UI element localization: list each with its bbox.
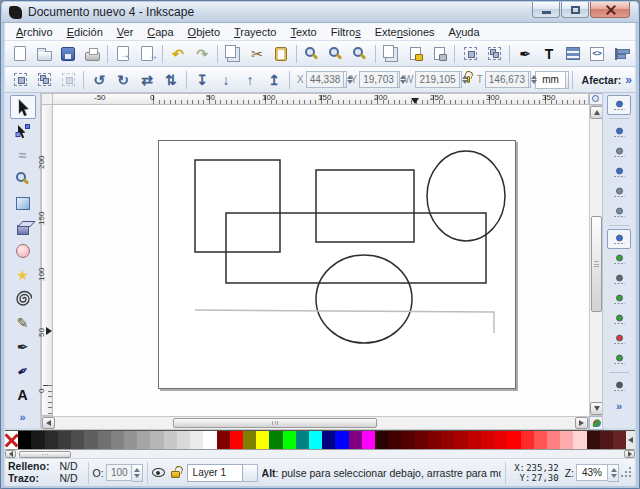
- duplicate[interactable]: [380, 43, 402, 65]
- color-swatch[interactable]: [71, 431, 84, 449]
- color-swatch[interactable]: [31, 431, 44, 449]
- vertical-scroll-thumb[interactable]: [591, 216, 602, 312]
- rotate-ccw[interactable]: ↺: [88, 69, 110, 91]
- titlebar[interactable]: Documento nuevo 4 - Inkscape: [2, 2, 638, 23]
- snap-smooth-nodes[interactable]: [607, 309, 631, 329]
- color-swatch[interactable]: [534, 431, 547, 449]
- snap-rotation-center[interactable]: [607, 376, 631, 396]
- color-swatch[interactable]: [322, 431, 335, 449]
- color-swatch[interactable]: [230, 431, 243, 449]
- scroll-left-button[interactable]: [42, 417, 55, 429]
- color-swatch[interactable]: [521, 431, 534, 449]
- drawing-objects[interactable]: [53, 105, 589, 416]
- menu-texto[interactable]: Texto: [283, 24, 323, 40]
- color-swatch[interactable]: [84, 431, 97, 449]
- color-swatch[interactable]: [256, 431, 269, 449]
- rectangle-tool[interactable]: [10, 191, 36, 215]
- tweak-tool[interactable]: ≈: [10, 143, 36, 167]
- toolbox-overflow-chevron[interactable]: »: [19, 411, 25, 423]
- rect-object[interactable]: [316, 170, 414, 242]
- palette-scroll-thumb[interactable]: [19, 451, 71, 458]
- menu-archivo[interactable]: Archivo: [9, 24, 60, 40]
- bezier-tool[interactable]: ✒: [10, 335, 36, 359]
- unit-select[interactable]: mm: [535, 71, 566, 89]
- zoom-page[interactable]: [349, 43, 371, 65]
- print-document[interactable]: [81, 43, 103, 65]
- ungroup[interactable]: [483, 43, 505, 65]
- rotate-cw[interactable]: ↻: [112, 69, 134, 91]
- color-swatch[interactable]: [600, 431, 613, 449]
- color-swatch[interactable]: [560, 431, 573, 449]
- color-swatch[interactable]: [18, 431, 31, 449]
- color-swatch[interactable]: [375, 431, 388, 449]
- color-swatch[interactable]: [415, 431, 428, 449]
- group[interactable]: [459, 43, 481, 65]
- polyline-object[interactable]: [195, 310, 494, 333]
- unit-dropdown-button[interactable]: [566, 71, 569, 89]
- resize-grip[interactable]: [622, 468, 632, 478]
- fill-stroke-dialog[interactable]: ✒: [514, 43, 536, 65]
- color-swatch[interactable]: [507, 431, 520, 449]
- color-swatch[interactable]: [150, 431, 163, 449]
- color-swatch[interactable]: [98, 431, 111, 449]
- palette-scrollbar[interactable]: [5, 450, 635, 459]
- color-swatch[interactable]: [494, 431, 507, 449]
- color-swatch[interactable]: [203, 431, 216, 449]
- paste[interactable]: [270, 43, 292, 65]
- fill-stroke-indicator[interactable]: Relleno: N/D Trazo: N/D: [8, 461, 78, 484]
- lower[interactable]: ↓: [215, 69, 237, 91]
- align-dialog[interactable]: [610, 43, 632, 65]
- snapbar-overflow-chevron[interactable]: »: [616, 400, 622, 412]
- snap-nodes[interactable]: [607, 229, 631, 249]
- color-swatch[interactable]: [164, 431, 177, 449]
- open-document[interactable]: [33, 43, 55, 65]
- color-swatch[interactable]: [613, 431, 626, 449]
- menu-trayecto[interactable]: Trayecto: [227, 24, 283, 40]
- color-swatch[interactable]: [428, 431, 441, 449]
- unlink-clone[interactable]: [428, 43, 450, 65]
- horizontal-scrollbar[interactable]: [41, 416, 589, 430]
- snap-bbox-edges[interactable]: [607, 142, 631, 162]
- color-swatch[interactable]: [468, 431, 481, 449]
- color-swatch[interactable]: [454, 431, 467, 449]
- layer-dropdown-button[interactable]: [243, 464, 258, 482]
- zoom-field[interactable]: 43%: [576, 464, 608, 481]
- layer-lock-icon[interactable]: [171, 471, 180, 478]
- undo[interactable]: ↶: [167, 43, 189, 65]
- tool-options-overflow-chevron[interactable]: »: [625, 73, 632, 87]
- menu-extensiones[interactable]: Extensiones: [368, 24, 442, 40]
- rect-object[interactable]: [226, 213, 486, 283]
- node-tool[interactable]: [10, 119, 36, 143]
- snap-midpoints[interactable]: [607, 329, 631, 349]
- canvas[interactable]: [53, 105, 589, 416]
- flip-vertical[interactable]: ⇅: [160, 69, 182, 91]
- menu-edicion[interactable]: Edición: [60, 24, 110, 40]
- snap-bbox-centers[interactable]: [607, 202, 631, 222]
- color-swatch[interactable]: [283, 431, 296, 449]
- spiral-tool[interactable]: [10, 287, 36, 311]
- menu-ver[interactable]: Ver: [110, 24, 141, 40]
- color-swatch[interactable]: [388, 431, 401, 449]
- snap-cusp-nodes[interactable]: [607, 289, 631, 309]
- zoom-selection[interactable]: [301, 43, 323, 65]
- lower-to-bottom[interactable]: ↧: [191, 69, 213, 91]
- menu-capa[interactable]: Capa: [140, 24, 180, 40]
- color-swatch[interactable]: [190, 431, 203, 449]
- layers-dialog[interactable]: [562, 43, 584, 65]
- maximize-button[interactable]: [561, 2, 589, 18]
- menu-ayuda[interactable]: Ayuda: [442, 24, 487, 40]
- color-swatch[interactable]: [243, 431, 256, 449]
- select-all-layers[interactable]: [33, 69, 55, 91]
- xml-editor[interactable]: <>: [586, 43, 608, 65]
- redo[interactable]: ↷: [191, 43, 213, 65]
- color-swatch[interactable]: [362, 431, 375, 449]
- flip-horizontal[interactable]: ⇄: [136, 69, 158, 91]
- export[interactable]: →: [136, 43, 158, 65]
- menu-objeto[interactable]: Objeto: [181, 24, 227, 40]
- box3d-tool[interactable]: [10, 215, 36, 239]
- import[interactable]: →: [112, 43, 134, 65]
- no-color-swatch[interactable]: [5, 431, 18, 449]
- copy[interactable]: [222, 43, 244, 65]
- close-button[interactable]: [590, 2, 630, 18]
- text-tool[interactable]: A: [10, 383, 36, 407]
